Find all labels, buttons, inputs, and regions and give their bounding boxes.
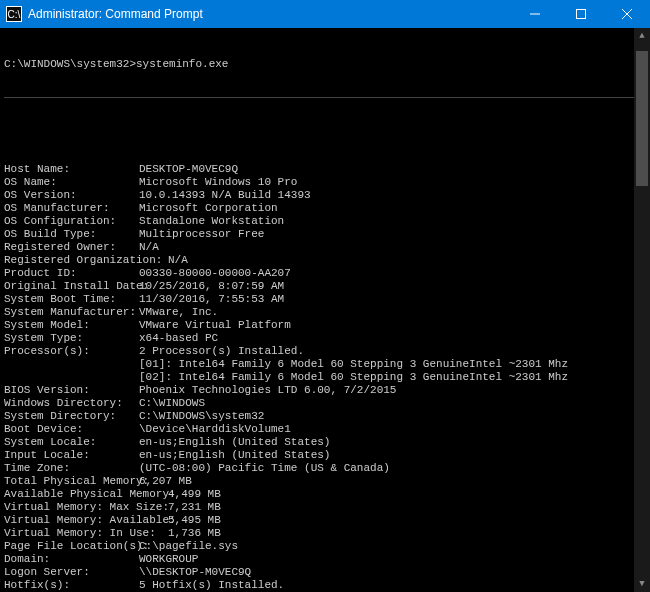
output-key: System Directory: (4, 410, 139, 423)
output-key: System Type: (4, 332, 139, 345)
output-key (4, 371, 139, 384)
output-value: 10.0.14393 N/A Build 14393 (139, 189, 311, 202)
output-key: Logon Server: (4, 566, 139, 579)
output-key: BIOS Version: (4, 384, 139, 397)
output-row: OS Build Type:Multiprocessor Free (4, 228, 644, 241)
scroll-up-button[interactable]: ▲ (634, 28, 650, 44)
output-key: Registered Organization: (4, 254, 168, 267)
output-key: Total Physical Memory: (4, 475, 139, 488)
output-key: OS Version: (4, 189, 139, 202)
output-row: OS Manufacturer:Microsoft Corporation (4, 202, 644, 215)
output-key: Original Install Date: (4, 280, 139, 293)
output-row: System Directory:C:\WINDOWS\system32 (4, 410, 644, 423)
output-value: Microsoft Corporation (139, 202, 278, 215)
output-value: WORKGROUP (139, 553, 198, 566)
output-key: Page File Location(s): (4, 540, 139, 553)
window-title: Administrator: Command Prompt (28, 7, 203, 21)
svg-rect-0 (577, 10, 586, 19)
output-key: Virtual Memory: Available: (4, 514, 168, 527)
output-key: OS Name: (4, 176, 139, 189)
output-row: BIOS Version:Phoenix Technologies LTD 6.… (4, 384, 644, 397)
output-row: OS Configuration:Standalone Workstation (4, 215, 644, 228)
output-row: System Model:VMware Virtual Platform (4, 319, 644, 332)
output-row: Time Zone:(UTC-08:00) Pacific Time (US &… (4, 462, 644, 475)
output-row: Virtual Memory: Available:5,495 MB (4, 514, 644, 527)
output-key: Boot Device: (4, 423, 139, 436)
output-value: N/A (139, 241, 159, 254)
output-key: System Manufacturer: (4, 306, 139, 319)
output-value: x64-based PC (139, 332, 218, 345)
output-key: System Model: (4, 319, 139, 332)
minimize-icon (530, 9, 540, 19)
output-row: Windows Directory:C:\WINDOWS (4, 397, 644, 410)
close-button[interactable] (604, 0, 650, 28)
output-key: OS Build Type: (4, 228, 139, 241)
output-value: Phoenix Technologies LTD 6.00, 7/2/2015 (139, 384, 396, 397)
output-row: Virtual Memory: In Use:1,736 MB (4, 527, 644, 540)
output-value: 5,495 MB (168, 514, 221, 527)
output-value: 2 Processor(s) Installed. (139, 345, 304, 358)
prompt-line: C:\WINDOWS\system32>systeminfo.exe (4, 58, 644, 71)
output-value: \\DESKTOP-M0VEC9Q (139, 566, 251, 579)
output-value: Multiprocessor Free (139, 228, 264, 241)
output-key: Product ID: (4, 267, 139, 280)
output-value: en-us;English (United States) (139, 449, 330, 462)
output-key: Registered Owner: (4, 241, 139, 254)
maximize-button[interactable] (558, 0, 604, 28)
minimize-button[interactable] (512, 0, 558, 28)
terminal-output[interactable]: C:\WINDOWS\system32>systeminfo.exe Host … (0, 28, 650, 592)
output-value: 4,499 MB (168, 488, 221, 501)
output-row: OS Version:10.0.14393 N/A Build 14393 (4, 189, 644, 202)
output-key: System Boot Time: (4, 293, 139, 306)
scrollbar[interactable]: ▲ ▼ (634, 28, 650, 592)
output-row: OS Name:Microsoft Windows 10 Pro (4, 176, 644, 189)
output-row: Input Locale:en-us;English (United State… (4, 449, 644, 462)
output-key: Processor(s): (4, 345, 139, 358)
output-row: [01]: Intel64 Family 6 Model 60 Stepping… (4, 358, 644, 371)
scroll-thumb[interactable] (636, 51, 648, 186)
titlebar-left: C:\ Administrator: Command Prompt (6, 6, 203, 22)
output-row: System Manufacturer:VMware, Inc. (4, 306, 644, 319)
output-value: (UTC-08:00) Pacific Time (US & Canada) (139, 462, 390, 475)
output-key: Host Name: (4, 163, 139, 176)
output-row: Logon Server:\\DESKTOP-M0VEC9Q (4, 566, 644, 579)
scroll-down-button[interactable]: ▼ (634, 576, 650, 592)
cmd-icon: C:\ (6, 6, 22, 22)
output-value: 6,207 MB (139, 475, 192, 488)
output-value: Standalone Workstation (139, 215, 284, 228)
output-row: Original Install Date:10/25/2016, 8:07:5… (4, 280, 644, 293)
output-value: 7,231 MB (168, 501, 221, 514)
output-key: Available Physical Memory: (4, 488, 168, 501)
titlebar[interactable]: C:\ Administrator: Command Prompt (0, 0, 650, 28)
output-value: C:\WINDOWS (139, 397, 205, 410)
output-row: Domain:WORKGROUP (4, 553, 644, 566)
output-value: \Device\HarddiskVolume1 (139, 423, 291, 436)
output-value: N/A (168, 254, 188, 267)
output-row: Boot Device:\Device\HarddiskVolume1 (4, 423, 644, 436)
output-key: System Locale: (4, 436, 139, 449)
output-row: System Boot Time:11/30/2016, 7:55:53 AM (4, 293, 644, 306)
output-row: Processor(s):2 Processor(s) Installed. (4, 345, 644, 358)
output-value: C:\WINDOWS\system32 (139, 410, 264, 423)
output-row: Hotfix(s):5 Hotfix(s) Installed. (4, 579, 644, 592)
output-row: System Locale:en-us;English (United Stat… (4, 436, 644, 449)
output-value: 1,736 MB (168, 527, 221, 540)
output-value: C:\pagefile.sys (139, 540, 238, 553)
output-value: [02]: Intel64 Family 6 Model 60 Stepping… (139, 371, 568, 384)
output-value: 00330-80000-00000-AA207 (139, 267, 291, 280)
output-row: Registered Owner:N/A (4, 241, 644, 254)
output-key: OS Configuration: (4, 215, 139, 228)
maximize-icon (576, 9, 586, 19)
output-key: Windows Directory: (4, 397, 139, 410)
output-row: [02]: Intel64 Family 6 Model 60 Stepping… (4, 371, 644, 384)
output-row: Host Name:DESKTOP-M0VEC9Q (4, 163, 644, 176)
output-value: [01]: Intel64 Family 6 Model 60 Stepping… (139, 358, 568, 371)
output-key: Time Zone: (4, 462, 139, 475)
window-controls (512, 0, 650, 28)
output-value: 10/25/2016, 8:07:59 AM (139, 280, 284, 293)
output-key: OS Manufacturer: (4, 202, 139, 215)
output-key: Virtual Memory: Max Size: (4, 501, 168, 514)
output-row: Registered Organization:N/A (4, 254, 644, 267)
output-key: Virtual Memory: In Use: (4, 527, 168, 540)
output-row: Available Physical Memory:4,499 MB (4, 488, 644, 501)
